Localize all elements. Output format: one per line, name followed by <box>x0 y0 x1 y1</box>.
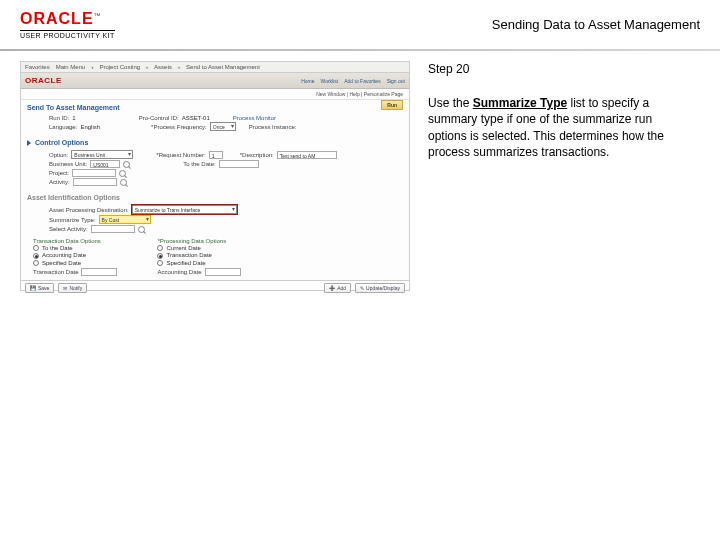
radio-option[interactable]: Specified Date <box>33 260 117 266</box>
search-icon[interactable] <box>120 179 127 186</box>
save-button[interactable]: 💾 Save <box>25 283 54 293</box>
radio-option[interactable]: Transaction Date <box>157 252 240 258</box>
option-select[interactable]: Business Unit <box>71 150 133 159</box>
radio-option[interactable]: To the Date <box>33 245 117 251</box>
req-input[interactable]: 1 <box>209 151 223 159</box>
add-button[interactable]: ➕ Add <box>324 283 351 293</box>
upk-label: USER PRODUCTIVITY KIT <box>20 30 115 39</box>
freq-select[interactable]: Once <box>210 122 236 131</box>
trans-data-header: Transaction Data Options <box>33 238 117 244</box>
update-button[interactable]: ✎ Update/Display <box>355 283 405 293</box>
select-activity-input[interactable] <box>91 225 135 233</box>
radio-option[interactable]: Accounting Date <box>33 252 117 258</box>
summarize-type-select[interactable]: By Cost <box>99 215 151 224</box>
oracle-logo: ORACLE <box>20 10 94 27</box>
menu-item[interactable]: Send to Asset Management <box>186 64 260 70</box>
section-title: Send To Asset Management Run <box>21 100 409 113</box>
control-options-header[interactable]: Control Options <box>21 135 409 148</box>
search-icon[interactable] <box>123 161 130 168</box>
asset-id-options-header: Asset Identification Options <box>21 190 409 203</box>
todate-input[interactable] <box>219 160 259 168</box>
search-icon[interactable] <box>119 170 126 177</box>
act-input[interactable] <box>73 178 117 186</box>
app-screenshot: Favorites Main Menu› Project Costing› As… <box>20 61 410 291</box>
menu-item[interactable]: Project Costing <box>99 64 140 70</box>
desc-input[interactable]: Test send to AM <box>277 151 337 159</box>
step-description: Use the Summarize Type list to specify a… <box>428 95 680 160</box>
app-oracle-logo: ORACLE <box>25 76 62 85</box>
app-header-links[interactable]: HomeWorklistAdd to FavoritesSign out <box>295 78 405 84</box>
bu-input[interactable]: US001 <box>90 160 120 168</box>
radio-option[interactable]: Specified Date <box>157 260 240 266</box>
asset-dest-select[interactable]: Summarize to Trans Interface <box>132 205 237 214</box>
proc-data-header: *Processing Data Options <box>157 238 240 244</box>
search-icon[interactable] <box>138 226 145 233</box>
step-label: Step 20 <box>428 61 680 77</box>
chevron-right-icon <box>27 140 31 146</box>
menu-item[interactable]: Main Menu <box>56 64 86 70</box>
proj-input[interactable] <box>72 169 116 177</box>
menu-item[interactable]: Assets <box>154 64 172 70</box>
tm-mark: ™ <box>94 12 101 19</box>
app-menu[interactable]: Favorites Main Menu› Project Costing› As… <box>21 62 409 73</box>
acct-date-input[interactable] <box>205 268 241 276</box>
radio-option[interactable]: Current Date <box>157 245 240 251</box>
trans-date-input[interactable] <box>81 268 117 276</box>
run-button[interactable]: Run <box>381 100 403 110</box>
notify-button[interactable]: ✉ Notify <box>58 283 87 293</box>
crumb-links[interactable]: New Window | Help | Personalize Page <box>21 89 409 100</box>
menu-item[interactable]: Favorites <box>25 64 50 70</box>
page-title: Sending Data to Asset Management <box>492 17 700 32</box>
